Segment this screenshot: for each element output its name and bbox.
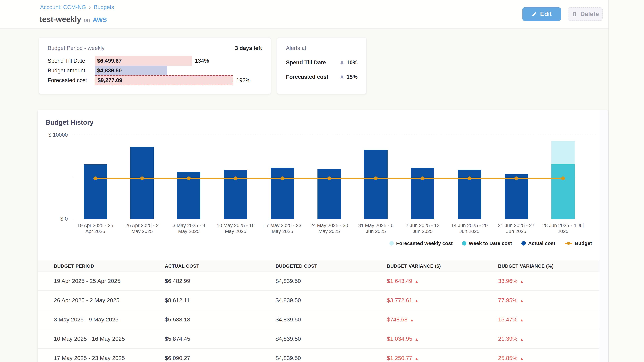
- budget-point[interactable]: [94, 176, 97, 180]
- forecasted-cost-label: Forecasted cost: [48, 77, 95, 83]
- spend-till-date-amount: $6,499.67: [97, 58, 122, 64]
- budget-point[interactable]: [561, 176, 565, 180]
- cell-budget-period: 17 May 2025 - 23 May 2025: [54, 355, 165, 361]
- pencil-icon: [532, 11, 537, 17]
- alerts-card-title: Alerts at: [286, 45, 306, 51]
- alert-spend-label: Spend Till Date: [286, 59, 326, 66]
- delete-button[interactable]: Delete: [568, 7, 602, 21]
- cell-budget-variance-pct: 21.39%▲: [498, 336, 599, 342]
- table-row: 26 Apr 2025 - 2 May 2025$8,612.11$4,839.…: [38, 291, 599, 310]
- alert-forecast-threshold: 15%: [346, 74, 358, 80]
- budget-point[interactable]: [234, 176, 238, 180]
- budget-point[interactable]: [374, 176, 378, 180]
- variance-up-icon: ▲: [414, 337, 418, 342]
- title-row: test-weekly on AWS: [40, 15, 107, 24]
- table-row: 3 May 2025 - 9 May 2025$5,588.18$4,839.5…: [38, 310, 599, 329]
- variance-up-icon: ▲: [520, 337, 524, 342]
- cell-actual-cost: $5,874.45: [165, 336, 276, 342]
- variance-up-icon: ▲: [520, 318, 524, 322]
- forecasted-weekly-cost-swatch: [390, 241, 394, 246]
- budget-point[interactable]: [421, 176, 424, 180]
- gridline-10000: [73, 135, 597, 135]
- actual-cost-bar[interactable]: [84, 164, 107, 219]
- actual-cost-swatch: [522, 241, 526, 246]
- bell-icon: [340, 60, 344, 65]
- edit-button[interactable]: Edit: [522, 7, 561, 21]
- y-axis-max-label: $ 10000: [38, 132, 68, 138]
- bell-icon: [340, 74, 344, 79]
- cell-actual-cost: $6,090.27: [165, 355, 276, 361]
- budget-point[interactable]: [468, 176, 471, 180]
- cell-budget-variance-usd: $3,772.61▲: [387, 297, 498, 304]
- summary-cards-row: Budget Period - weekly 3 days left Spend…: [39, 37, 366, 94]
- cell-budget-variance-usd: $1,250.77▲: [387, 355, 498, 361]
- alert-row-spend: Spend Till Date 10%: [286, 59, 358, 66]
- budget-line-swatch: [565, 243, 572, 244]
- legend-item-actual-cost[interactable]: Actual cost: [522, 241, 555, 246]
- cell-budgeted-cost: $4,839.50: [276, 297, 387, 304]
- variance-up-icon: ▲: [414, 299, 418, 303]
- cell-actual-cost: $5,588.18: [165, 316, 276, 323]
- breadcrumb-separator: ›: [89, 4, 91, 10]
- table-row: 19 Apr 2025 - 25 Apr 2025$6,482.99$4,839…: [38, 272, 599, 291]
- x-axis-label: 17 May 2025 - 23 May 2025: [262, 223, 304, 234]
- budget-point[interactable]: [327, 176, 331, 180]
- actual-cost-bar[interactable]: [411, 168, 434, 219]
- x-axis-label: 31 May 2025 - 6 Jun 2025: [355, 223, 397, 234]
- breadcrumb-budgets-link[interactable]: Budgets: [94, 4, 114, 10]
- variance-up-icon: ▲: [414, 279, 418, 284]
- col-actual-cost: ACTUAL COST: [165, 264, 276, 269]
- delete-button-label: Delete: [580, 10, 599, 17]
- budget-point[interactable]: [187, 176, 191, 180]
- budget-history-card: Budget History $ 10000 $ 0 19 Apr 2025 -…: [38, 110, 608, 362]
- budget-meters: Spend Till Date $6,499.67 134% Budget am…: [48, 56, 262, 85]
- cell-budgeted-cost: $4,839.50: [276, 316, 387, 323]
- col-budget-period: BUDGET PERIOD: [54, 264, 165, 269]
- cell-budget-period: 19 Apr 2025 - 25 Apr 2025: [54, 278, 165, 284]
- legend-item-budget[interactable]: Budget: [565, 241, 592, 246]
- budget-history-chart: $ 10000 $ 0 19 Apr 2025 - 25 Apr 202526 …: [38, 110, 608, 237]
- cell-budget-period: 10 May 2025 - 16 May 2025: [54, 336, 165, 342]
- budget-point[interactable]: [140, 176, 144, 180]
- budget-amount-bar: $4,839.50: [95, 66, 167, 75]
- spend-till-date-row: Spend Till Date $6,499.67 134%: [48, 56, 262, 66]
- table-row: 10 May 2025 - 16 May 2025$5,874.45$4,839…: [38, 329, 599, 349]
- variance-up-icon: ▲: [520, 279, 524, 284]
- breadcrumb-account-link[interactable]: Account: CCM-NG: [40, 4, 86, 10]
- variance-up-icon: ▲: [414, 356, 418, 361]
- variance-up-icon: ▲: [520, 356, 524, 361]
- legend-item-forecasted-weekly-cost[interactable]: Forecasted weekly cost: [390, 241, 453, 246]
- budget-period-card: Budget Period - weekly 3 days left Spend…: [39, 37, 271, 94]
- actual-cost-bar[interactable]: [130, 147, 154, 219]
- x-axis-label: 14 Jun 2025 - 20 Jun 2025: [448, 223, 490, 234]
- actual-cost-bar[interactable]: [505, 174, 528, 219]
- cell-budget-period: 26 Apr 2025 - 2 May 2025: [54, 297, 165, 304]
- x-axis-label: 3 May 2025 - 9 May 2025: [168, 223, 210, 234]
- cell-budget-variance-usd: $1,034.95▲: [387, 336, 498, 342]
- actual-cost-bar[interactable]: [271, 168, 294, 219]
- cell-budgeted-cost: $4,839.50: [276, 336, 387, 342]
- forecasted-cost-bar: $9,277.09: [95, 75, 233, 85]
- x-axis-label: 24 May 2025 - 30 May 2025: [308, 223, 350, 234]
- budget-period-card-title: Budget Period - weekly: [48, 45, 104, 51]
- cell-budget-variance-pct: 15.47%▲: [498, 316, 599, 323]
- budget-point[interactable]: [514, 176, 518, 180]
- alert-spend-threshold: 10%: [346, 59, 358, 66]
- spend-till-date-percent: 134%: [195, 58, 209, 64]
- actual-cost-bar[interactable]: [364, 150, 388, 219]
- week-to-date-cost-bar[interactable]: [552, 164, 575, 219]
- page-title: test-weekly: [40, 15, 81, 24]
- budget-history-table: BUDGET PERIOD ACTUAL COST BUDGETED COST …: [38, 261, 599, 362]
- platform-label: AWS: [93, 16, 107, 23]
- days-left-label: 3 days left: [235, 45, 262, 51]
- x-axis-label: 19 Apr 2025 - 25 Apr 2025: [74, 223, 116, 234]
- cell-budget-variance-pct: 25.85%▲: [498, 355, 599, 361]
- right-gutter: [609, 0, 644, 362]
- cell-budget-variance-pct: 77.95%▲: [498, 297, 599, 304]
- card-scrollbar-track[interactable]: [599, 110, 608, 362]
- legend-item-week-to-date-cost[interactable]: Week to Date cost: [462, 241, 512, 246]
- budget-point[interactable]: [280, 176, 284, 180]
- cell-budgeted-cost: $4,839.50: [276, 278, 387, 284]
- col-budget-variance-usd: BUDGET VARIANCE ($): [387, 264, 498, 269]
- cell-budget-variance-usd: $1,643.49▲: [387, 278, 498, 284]
